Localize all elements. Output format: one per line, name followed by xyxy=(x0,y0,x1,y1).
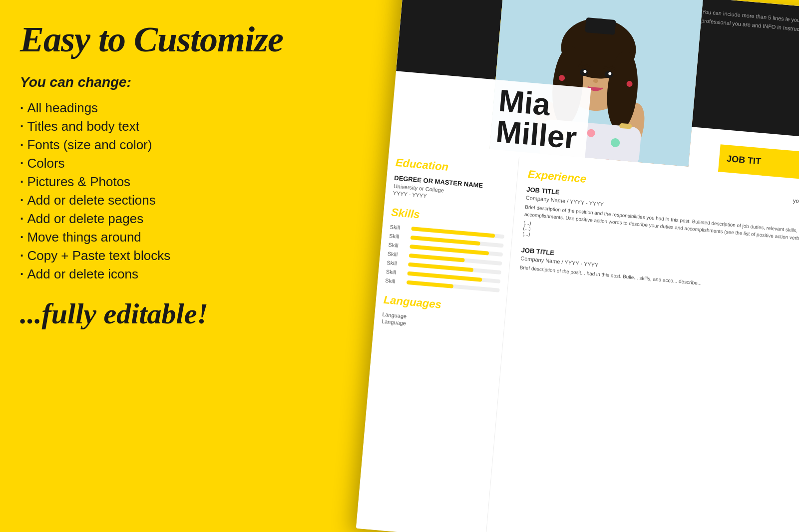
education-section: Education DEGREE OR MASTER NAME Universi… xyxy=(393,156,510,206)
resume-top-dark-text: You can include more than 5 lines le you… xyxy=(690,0,799,48)
resume-body: Education DEGREE OR MASTER NAME Universi… xyxy=(356,146,799,532)
main-title: Easy to Customize xyxy=(20,20,300,59)
feature-item-1: All headings xyxy=(20,100,300,116)
feature-item-5: Pictures & Photos xyxy=(20,174,300,190)
left-section: Easy to Customize You can change: All he… xyxy=(20,20,300,330)
feature-item-9: Copy + Paste text blocks xyxy=(20,248,300,264)
resume-top-left-block xyxy=(396,0,504,80)
svg-rect-14 xyxy=(585,17,616,35)
feature-item-10: Add or delete icons xyxy=(20,266,300,282)
feature-item-7: Add or delete pages xyxy=(20,211,300,227)
skills-section: Skills Skill Skill Skill Skill xyxy=(385,206,506,293)
resume-job-title: JOB TIT xyxy=(726,154,762,167)
bottom-tagline: ...fully editable! xyxy=(20,297,300,330)
resume-name: Mia Miller xyxy=(495,85,581,154)
resume-lastname: Miller xyxy=(494,114,578,155)
resume-name-area: Mia Miller xyxy=(489,80,591,160)
feature-item-4: Colors xyxy=(20,156,300,171)
feature-item-2: Titles and body text xyxy=(20,119,300,134)
resume-paper: You can include more than 5 lines le you… xyxy=(356,0,799,532)
languages-section: Languages Language Language xyxy=(382,293,499,334)
subtitle: You can change: xyxy=(20,74,300,90)
feature-list: All headings Titles and body text Fonts … xyxy=(20,100,300,282)
feature-item-3: Fonts (size and color) xyxy=(20,137,300,153)
feature-item-8: Move things around xyxy=(20,230,300,245)
resume-mockup: You can include more than 5 lines le you… xyxy=(356,0,799,532)
feature-item-6: Add or delete sections xyxy=(20,193,300,208)
